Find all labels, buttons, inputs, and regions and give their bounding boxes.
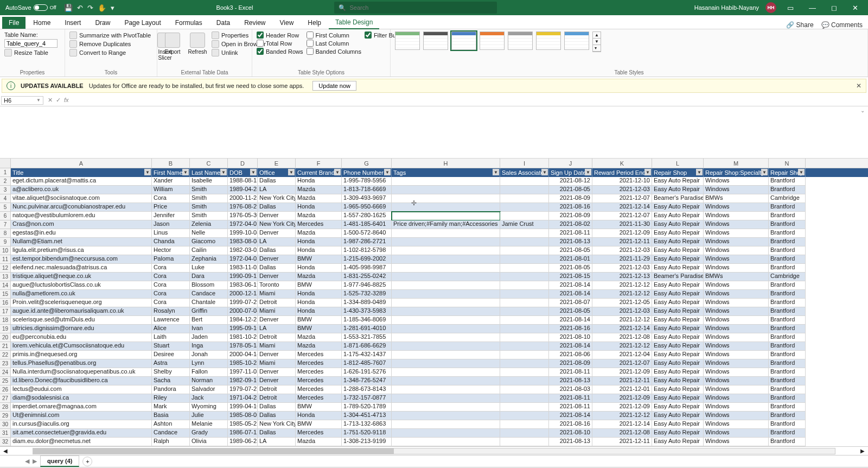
cell[interactable]: Olivia xyxy=(190,438,228,446)
tab-help[interactable]: Help xyxy=(301,17,328,29)
cell[interactable]: Brantford xyxy=(769,281,806,290)
touch-icon[interactable]: ✋ xyxy=(98,4,106,12)
cell[interactable]: 2021-08-05 xyxy=(549,186,592,194)
close-icon[interactable]: ✕ xyxy=(848,4,863,12)
header-row-checkbox[interactable]: Header Row xyxy=(257,31,303,39)
cell[interactable]: Linus xyxy=(152,229,190,238)
cell[interactable]: Lawrence xyxy=(152,316,190,325)
refresh-button[interactable]: Refresh xyxy=(187,31,208,56)
cell[interactable]: Denver xyxy=(258,212,296,220)
cell[interactable]: 1976-05-30 xyxy=(228,212,258,220)
cell[interactable]: Windows xyxy=(704,255,769,264)
cell[interactable] xyxy=(392,229,500,238)
cell[interactable] xyxy=(500,238,549,246)
cell[interactable] xyxy=(500,316,549,325)
table-header-cell[interactable]: Repair Shop:Specialty▼ xyxy=(704,168,769,177)
cell[interactable]: Norman xyxy=(190,377,228,385)
cell[interactable]: 2021-12-12 xyxy=(592,281,652,290)
cell[interactable]: 1972-04-01 xyxy=(228,220,258,229)
cell[interactable]: Windows xyxy=(704,299,769,307)
cell[interactable]: Mazda xyxy=(296,342,342,351)
cell[interactable]: Easy Auto Repair xyxy=(652,394,704,403)
cell[interactable] xyxy=(500,281,549,290)
cell[interactable]: 1989-06-25 xyxy=(228,438,258,446)
cell[interactable]: Brantford xyxy=(769,220,806,229)
cell[interactable]: Windows xyxy=(704,325,769,333)
cell[interactable]: Easy Auto Repair xyxy=(652,299,704,307)
cell[interactable]: Windows xyxy=(704,238,769,246)
cell[interactable]: Detroit xyxy=(258,299,296,307)
cell[interactable]: Easy Auto Repair xyxy=(652,438,704,446)
cell[interactable]: 1-626-191-5276 xyxy=(342,368,392,377)
cell[interactable]: Easy Auto Repair xyxy=(652,264,704,273)
table-style-swatch[interactable] xyxy=(536,31,561,50)
tab-formulas[interactable]: Formulas xyxy=(169,17,209,29)
cell[interactable]: Jason xyxy=(152,220,190,229)
cell[interactable]: Denver xyxy=(258,273,296,281)
cell[interactable]: Luke xyxy=(190,264,228,273)
cell[interactable]: 1-334-889-0489 xyxy=(342,299,392,307)
cell[interactable]: Proin.velit@scelerisqueneque.org xyxy=(11,299,152,307)
cell[interactable]: 1983-06-19 xyxy=(228,281,258,290)
cell[interactable]: 1-185-346-8069 xyxy=(342,316,392,325)
cell[interactable]: 2021-11-30 xyxy=(592,220,652,229)
first-col-checkbox[interactable]: First Column xyxy=(307,31,361,39)
cell[interactable]: Easy Auto Repair xyxy=(652,377,704,385)
cell[interactable]: Easy Auto Repair xyxy=(652,333,704,342)
cell[interactable]: Brantford xyxy=(769,203,806,212)
cell[interactable]: Miami xyxy=(258,359,296,368)
cell[interactable]: Easy Auto Repair xyxy=(652,212,704,220)
cell[interactable]: 1985-10-25 xyxy=(228,359,258,368)
table-header-cell[interactable]: Current Brand▼ xyxy=(296,168,342,177)
cell[interactable]: Easy Auto Repair xyxy=(652,238,704,246)
cell[interactable]: Honda xyxy=(296,290,342,299)
cell[interactable]: Zelenia xyxy=(190,220,228,229)
cell[interactable]: 2021-08-01 xyxy=(549,255,592,264)
cell[interactable]: 1983-08-04 xyxy=(228,238,258,246)
cell[interactable]: Brantford xyxy=(769,368,806,377)
cell[interactable]: Brantford xyxy=(769,212,806,220)
cell[interactable] xyxy=(392,359,500,368)
cell[interactable]: Paloma xyxy=(152,255,190,264)
cell[interactable]: 1-789-520-1789 xyxy=(342,403,392,412)
cell[interactable]: LA xyxy=(258,325,296,333)
cell[interactable]: Brantford xyxy=(769,186,806,194)
cell[interactable]: Griffin xyxy=(190,307,228,316)
cell[interactable] xyxy=(392,281,500,290)
cell[interactable] xyxy=(500,307,549,316)
cell[interactable]: Easy Auto Repair xyxy=(652,281,704,290)
tab-home[interactable]: Home xyxy=(27,17,57,29)
cell[interactable]: Brantford xyxy=(769,299,806,307)
cell[interactable] xyxy=(392,325,500,333)
cell[interactable]: 2021-08-13 xyxy=(549,438,592,446)
table-header-cell[interactable]: Repair Shop▼ xyxy=(769,168,806,177)
cell[interactable]: 2021-12-12 xyxy=(592,290,652,299)
cell[interactable]: Brantford xyxy=(769,333,806,342)
cell[interactable]: Mercedes xyxy=(296,368,342,377)
cell[interactable]: Windows xyxy=(704,264,769,273)
filter-dropdown-icon[interactable]: ▼ xyxy=(250,169,257,175)
cell[interactable]: 1997-11-05 xyxy=(228,368,258,377)
cell[interactable]: 1971-04-25 xyxy=(228,394,258,403)
cell[interactable]: Riley xyxy=(152,394,190,403)
cell[interactable]: Windows xyxy=(704,429,769,438)
cell[interactable]: Easy Auto Repair xyxy=(652,203,704,212)
fx-icon[interactable]: fx xyxy=(64,97,69,104)
filter-dropdown-icon[interactable]: ▼ xyxy=(644,169,651,175)
cell[interactable]: Jaden xyxy=(190,333,228,342)
cell[interactable]: Brantford xyxy=(769,238,806,246)
cell[interactable] xyxy=(392,368,500,377)
cell[interactable]: 2021-12-01 xyxy=(592,385,652,394)
table-style-swatch[interactable] xyxy=(564,31,589,50)
qat-dropdown-icon[interactable]: ▾ xyxy=(111,4,114,12)
cell[interactable]: 2021-08-14 xyxy=(549,342,592,351)
cell[interactable] xyxy=(392,307,500,316)
cell[interactable]: 2021-08-05 xyxy=(549,307,592,316)
cell[interactable]: Desiree xyxy=(152,351,190,359)
cell[interactable]: lorem.vehicula.et@Cumsociisnatoque.edu xyxy=(11,342,152,351)
cell[interactable]: Honda xyxy=(296,307,342,316)
cell[interactable]: Dallas xyxy=(258,429,296,438)
cell[interactable]: Denver xyxy=(258,368,296,377)
resize-table-button[interactable]: Resize Table xyxy=(4,49,48,56)
cell[interactable]: Miami xyxy=(258,307,296,316)
